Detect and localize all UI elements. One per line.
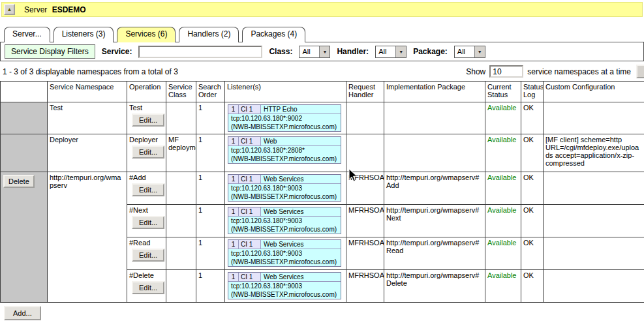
add-button[interactable]: Add...: [4, 306, 41, 320]
status-log-cell: OK: [521, 134, 544, 172]
listener-box: 1 CI 1 HTTP Echo tcp:10.120.63.180*:9002…: [228, 104, 341, 132]
tab-packages[interactable]: Packages (4): [242, 27, 305, 42]
listener-address: tcp:10.120.63.180*:9003: [228, 282, 341, 290]
listener-host: (NWB-MBISSETXP.microfocus.com): [228, 155, 341, 163]
class-filter-value: All: [299, 46, 319, 57]
class-filter-select[interactable]: All ▼: [299, 46, 330, 58]
edit-button[interactable]: Edit...: [132, 145, 164, 159]
show-count-input[interactable]: [489, 65, 523, 78]
server-title: Server ESDEMO: [24, 5, 86, 14]
current-status-cell: Available: [485, 172, 521, 205]
listener-name: Web Services: [261, 273, 341, 281]
listener-host: (NWB-MBISSETXP.microfocus.com): [228, 192, 341, 201]
listener-name: Web: [261, 137, 341, 145]
col-header-service-namespace: Service Namespace: [48, 82, 127, 102]
search-order-cell: 1: [196, 205, 225, 237]
custom-configuration-cell: [MF client] scheme=http URL=/cgi/mfdeplo…: [544, 134, 644, 172]
namespace-cell: Deployer: [48, 134, 127, 172]
listener-cell: 1 CI 1 Web Services tcp:10.120.63.180*:9…: [225, 205, 346, 237]
listener-name: Web Services: [261, 207, 341, 216]
listener-cell: 1 CI 1 Web Services tcp:10.120.63.180*:9…: [225, 172, 346, 205]
row-actions-cell: Delete: [1, 172, 48, 303]
edit-button[interactable]: Edit...: [132, 249, 164, 262]
services-table: Service Namespace Operation Service Clas…: [0, 81, 644, 303]
current-status-cell: Available: [485, 237, 521, 270]
tab-listeners[interactable]: Listeners (3): [54, 27, 114, 42]
edit-button[interactable]: Edit...: [132, 114, 164, 127]
collapse-button[interactable]: ▲: [4, 4, 15, 15]
search-order-cell: 1: [196, 134, 225, 172]
edge-button[interactable]: [636, 65, 644, 78]
package-filter-select[interactable]: All ▼: [454, 46, 485, 58]
listener-index: 1: [228, 105, 239, 114]
current-status-cell: Available: [485, 270, 521, 303]
edit-button[interactable]: Edit...: [132, 216, 164, 229]
pagination-row: 1 - 3 of 3 displayable namespaces from a…: [0, 61, 644, 81]
listener-host: (NWB-MBISSETXP.microfocus.com): [228, 123, 341, 131]
listener-box: 1 CI 1 Web Services tcp:10.120.63.180*:9…: [228, 272, 341, 299]
tab-server[interactable]: Server...: [4, 27, 50, 42]
custom-configuration-cell: [544, 270, 644, 303]
status-log-cell: OK: [521, 270, 544, 303]
col-header-listeners: Listener(s): [225, 82, 346, 102]
namespace-cell: http://tempuri.org/wmapserv: [48, 172, 127, 303]
operation-name: #Delete: [129, 271, 164, 279]
collapse-triangle-icon: ▲: [7, 7, 12, 12]
col-header-request-handler: Request Handler: [346, 82, 384, 102]
table-row: Deployer Deployer Edit... MF deployment …: [1, 134, 644, 172]
search-order-cell: 1: [196, 102, 225, 134]
col-header-status-log: Status Log: [521, 82, 544, 102]
implementation-package-cell: [384, 134, 485, 172]
request-handler-cell: MFRHSOAP: [346, 237, 384, 270]
listener-index: 1: [228, 240, 239, 249]
handler-filter-value: All: [376, 46, 395, 57]
listener-address: tcp:10.120.63.180*:2808*: [228, 146, 341, 155]
listener-box: 1 CI 1 Web Services tcp:10.120.63.180*:9…: [228, 174, 341, 202]
table-row: Test Test Edit... 1 1 CI 1 HTTP Echo tcp…: [1, 102, 644, 134]
tab-handlers[interactable]: Handlers (2): [179, 27, 239, 42]
operation-name: #Next: [129, 206, 164, 214]
operation-cell: #Delete Edit...: [127, 270, 166, 303]
listener-conn: CI 1: [239, 207, 261, 216]
service-filter-label: Service:: [102, 47, 132, 56]
col-header-implementation-package: Implementation Package: [384, 82, 485, 102]
listener-conn: CI 1: [239, 105, 261, 114]
status-log-cell: OK: [521, 205, 544, 237]
listener-box: 1 CI 1 Web Services tcp:10.120.63.180*:9…: [228, 239, 341, 267]
operation-name: #Add: [129, 174, 164, 181]
custom-configuration-cell: [544, 102, 644, 134]
request-handler-cell: MFRHSOAP: [346, 270, 384, 303]
row-actions-cell: [1, 102, 48, 134]
status-log-cell: OK: [521, 237, 544, 270]
listener-host: (NWB-MBISSETXP.microfocus.com): [228, 258, 341, 266]
listener-address: tcp:10.120.63.180*:9002: [228, 114, 341, 123]
edit-button[interactable]: Edit...: [132, 281, 164, 294]
status-log-cell: OK: [521, 102, 544, 134]
listener-address: tcp:10.120.63.180*:9003: [228, 217, 341, 225]
chevron-down-icon: ▼: [474, 46, 485, 57]
table-header-row: Service Namespace Operation Service Clas…: [1, 82, 644, 102]
delete-button[interactable]: Delete: [3, 175, 35, 188]
operation-name: #Read: [129, 239, 164, 247]
col-header-custom-configuration: Custom Configuration: [544, 82, 644, 102]
custom-configuration-cell: [544, 237, 644, 270]
listener-index: 1: [228, 175, 239, 183]
tab-services[interactable]: Services (6): [117, 27, 176, 42]
edit-button[interactable]: Edit...: [132, 183, 164, 196]
listener-index: 1: [228, 137, 239, 145]
tab-bar: Server... Listeners (3) Services (6) Han…: [4, 26, 644, 42]
service-class-cell: [166, 172, 196, 205]
actions-column-header: [1, 82, 48, 102]
listener-cell: 1 CI 1 Web tcp:10.120.63.180*:2808* (NWB…: [225, 134, 346, 172]
service-filter-input[interactable]: [138, 46, 262, 58]
chevron-down-icon: ▼: [395, 46, 406, 57]
current-status-cell: Available: [485, 134, 521, 172]
implementation-package-cell: [384, 102, 485, 134]
search-order-cell: 1: [196, 172, 225, 205]
package-filter-value: All: [455, 46, 474, 57]
handler-filter-select[interactable]: All ▼: [375, 46, 406, 58]
table-row: Delete http://tempuri.org/wmapserv #Add …: [1, 172, 644, 205]
operation-name: Deployer: [129, 136, 164, 144]
request-handler-cell: MFRHSOAP: [346, 172, 384, 205]
listener-host: (NWB-MBISSETXP.microfocus.com): [228, 290, 341, 299]
